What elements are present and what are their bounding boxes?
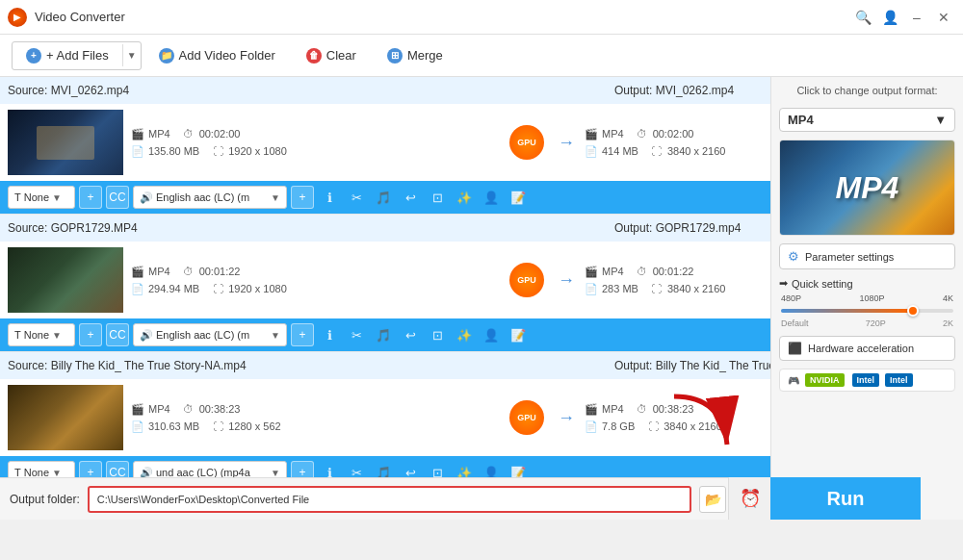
param-settings-label: Parameter settings: [805, 251, 894, 263]
size-icon-3: 📄: [131, 420, 144, 433]
subtitle-edit-btn-1[interactable]: 📝: [507, 186, 530, 209]
watermark-btn-1[interactable]: 👤: [480, 186, 503, 209]
subtitle-select-1[interactable]: T None ▼: [8, 186, 75, 209]
audio-select-2[interactable]: 🔊 English aac (LC) (m ▼: [133, 323, 287, 346]
add-files-dropdown[interactable]: ▼: [122, 44, 141, 66]
param-settings-button[interactable]: ⚙ Parameter settings: [779, 243, 955, 269]
run-button[interactable]: Run: [770, 477, 921, 520]
minimize-btn[interactable]: –: [905, 6, 928, 29]
out-duration-icon: ⏱: [636, 127, 649, 140]
app-title: Video Converter: [35, 10, 851, 24]
audio-dropdown-arrow-3: ▼: [271, 468, 280, 478]
crop-btn-1[interactable]: ⊡: [426, 186, 449, 209]
subtitle-label-2: T: [14, 329, 21, 341]
add-audio-btn-1[interactable]: +: [291, 186, 314, 209]
audio-edit-btn-1[interactable]: 🎵: [372, 186, 395, 209]
source-label-3: Source: Billy The Kid_ The True Story-NA…: [8, 359, 311, 372]
marker-4k: 4K: [943, 293, 953, 303]
source-res-2: 1920 x 1080: [228, 283, 287, 294]
out-res-icon: ⛶: [650, 144, 664, 158]
nvidia-icon: 🎮: [788, 375, 799, 386]
info-btn-1[interactable]: ℹ: [318, 186, 341, 209]
source-duration-1: 00:02:00: [199, 128, 241, 140]
marker-1080p: 1080P: [859, 293, 884, 303]
hardware-acceleration-button[interactable]: ⬛ Hardware acceleration: [779, 336, 955, 361]
toolbar: + + Add Files ▼ 📁 Add Video Folder 🗑 Cle…: [0, 35, 963, 77]
out-duration-icon-3: ⏱: [636, 402, 649, 416]
quick-setting-section: ➡ Quick setting 480P 1080P 4K Default 72…: [779, 277, 955, 328]
quick-setting-label: ➡ Quick setting: [779, 277, 955, 290]
out-format-icon: 🎬: [585, 127, 598, 140]
cut-btn-1[interactable]: ✂: [345, 186, 368, 209]
folder-icon: 📁: [159, 48, 174, 64]
output-res-3: 3840 x 2160: [664, 420, 722, 432]
cc-btn-1[interactable]: CC: [106, 186, 129, 209]
source-label-1: Source: MVI_0262.mp4: [8, 84, 311, 97]
output-size-3: 7.8 GB: [602, 420, 635, 432]
add-subtitle-btn-2[interactable]: +: [79, 323, 102, 346]
label-default: Default: [781, 318, 809, 328]
source-format-3: MP4: [148, 403, 170, 415]
output-folder-label: Output folder:: [10, 493, 80, 506]
merge-button[interactable]: ⊞ Merge: [374, 42, 456, 69]
add-audio-btn-2[interactable]: +: [291, 323, 314, 346]
audio-dropdown-arrow: ▼: [271, 192, 280, 203]
search-titlebar-btn[interactable]: 🔍: [851, 6, 874, 29]
format-name: MP4: [788, 113, 814, 127]
thumbnail-2: [8, 247, 123, 313]
output-size-2: 283 MB: [602, 283, 638, 294]
subtitle-edit-btn-2[interactable]: 📝: [507, 323, 530, 346]
format-icon: 🎬: [131, 127, 144, 140]
info-btn-2[interactable]: ℹ: [318, 323, 341, 346]
rotate-btn-2[interactable]: ↩: [399, 323, 422, 346]
output-duration-3: 00:38:23: [653, 403, 694, 415]
source-info-2: 🎬 MP4 ⏱ 00:01:22 📄 294.94 MB: [131, 265, 502, 295]
subtitle-dropdown-arrow: ▼: [52, 192, 62, 203]
subtitle-dropdown-arrow-3: ▼: [52, 468, 62, 478]
source-size-3: 310.63 MB: [148, 420, 199, 432]
output-size-1: 414 MB: [602, 145, 638, 157]
format-dropdown-arrow: ▼: [934, 113, 947, 127]
rotate-btn-1[interactable]: ↩: [399, 186, 422, 209]
open-folder-button[interactable]: 📂: [699, 486, 726, 513]
source-format-2: MP4: [148, 266, 170, 277]
quality-labels: Default 720P 2K: [781, 318, 953, 328]
add-subtitle-btn-1[interactable]: +: [79, 186, 102, 209]
output-path-input[interactable]: [88, 486, 691, 513]
out-duration-icon-2: ⏱: [636, 265, 649, 278]
watermark-btn-2[interactable]: 👤: [480, 323, 503, 346]
close-btn[interactable]: ✕: [932, 6, 955, 29]
add-folder-button[interactable]: 📁 Add Video Folder: [145, 42, 289, 69]
audio-dropdown-arrow-2: ▼: [271, 330, 280, 341]
marker-480p: 480P: [781, 293, 801, 303]
duration-icon-2: ⏱: [182, 265, 195, 278]
effect-btn-1[interactable]: ✨: [453, 186, 476, 209]
cut-btn-2[interactable]: ✂: [345, 323, 368, 346]
audio-select-1[interactable]: 🔊 English aac (LC) (m ▼: [133, 186, 287, 209]
alarm-button[interactable]: ⏰: [728, 477, 770, 520]
cc-btn-2[interactable]: CC: [106, 323, 129, 346]
nvidia-label: NVIDIA: [805, 373, 845, 387]
quality-slider[interactable]: 480P 1080P 4K Default 720P 2K: [779, 293, 955, 328]
clear-button[interactable]: 🗑 Clear: [293, 42, 370, 69]
effect-btn-2[interactable]: ✨: [453, 323, 476, 346]
window-controls: 🔍 👤 – ✕: [851, 6, 955, 29]
add-icon: +: [26, 48, 41, 64]
add-files-label: + Add Files: [46, 48, 109, 63]
source-size-2: 294.94 MB: [148, 283, 199, 294]
add-files-button[interactable]: + + Add Files: [13, 42, 122, 69]
source-res-3: 1280 x 562: [228, 420, 280, 432]
user-titlebar-btn[interactable]: 👤: [878, 6, 901, 29]
audio-icon: 🔊: [140, 191, 153, 204]
output-format-2: MP4: [602, 266, 624, 277]
quality-thumb[interactable]: [907, 305, 919, 317]
output-duration-1: 00:02:00: [653, 128, 694, 140]
subtitle-select-2[interactable]: T None ▼: [8, 323, 75, 346]
audio-edit-btn-2[interactable]: 🎵: [372, 323, 395, 346]
crop-btn-2[interactable]: ⊡: [426, 323, 449, 346]
output-res-1: 3840 x 2160: [667, 145, 726, 157]
source-duration-3: 00:38:23: [199, 403, 241, 415]
arrow-right-1: →: [558, 133, 575, 153]
format-selector[interactable]: MP4 ▼: [779, 108, 955, 132]
out-res-icon-3: ⛶: [646, 420, 660, 433]
